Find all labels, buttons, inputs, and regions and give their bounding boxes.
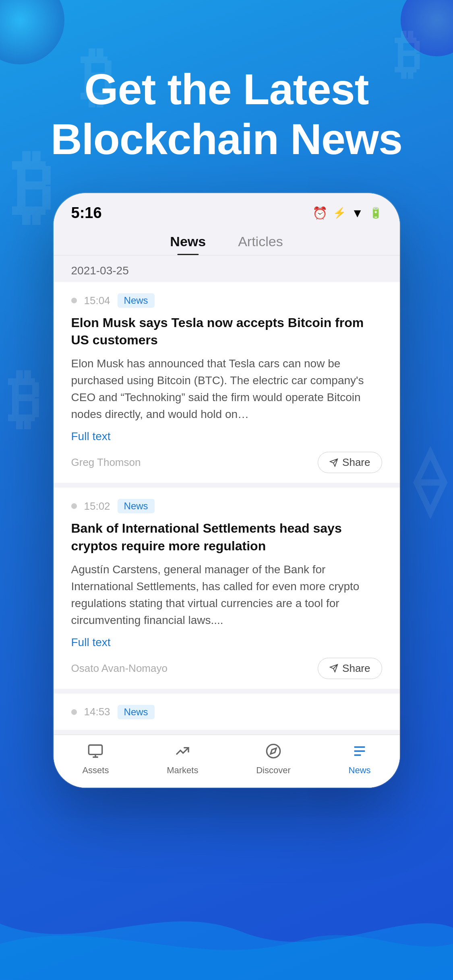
- full-text-link-1[interactable]: Full text: [71, 430, 382, 443]
- news-dot-1: [71, 298, 77, 303]
- nav-item-news[interactable]: News: [349, 743, 371, 776]
- news-item-2: 15:02 News Bank of International Settlem…: [54, 488, 400, 688]
- news-item-3: 14:53 News: [54, 694, 400, 730]
- markets-icon: [174, 743, 190, 763]
- news-author-2: Osato Avan-Nomayo: [71, 662, 168, 675]
- battery-icon: 🔋: [369, 207, 382, 219]
- nav-label-assets: Assets: [82, 765, 109, 776]
- news-tag-3: News: [118, 705, 155, 719]
- svg-rect-0: [89, 745, 102, 754]
- news-footer-2: Osato Avan-Nomayo Share: [71, 658, 382, 679]
- tab-articles[interactable]: Articles: [238, 234, 283, 255]
- tab-news[interactable]: News: [170, 234, 206, 255]
- hero-title: Get the Latest Blockchain News: [32, 64, 421, 164]
- nav-label-news: News: [349, 765, 371, 776]
- bg-btc-icon-2: ₿: [8, 362, 40, 436]
- status-bar: 5:16 ⏰ ⚡ ▼ 🔋: [54, 193, 400, 226]
- bg-eth-icon-1: ⟠: [413, 443, 445, 518]
- bluetooth-icon: ⚡: [333, 207, 346, 219]
- alarm-icon: ⏰: [312, 206, 327, 220]
- hero-section: Get the Latest Blockchain News: [0, 64, 453, 164]
- svg-marker-2: [271, 748, 276, 754]
- news-title-1: Elon Musk says Tesla now accepts Bitcoin…: [71, 314, 382, 349]
- news-excerpt-1: Elon Musk has announced that Tesla cars …: [71, 355, 382, 423]
- share-icon-2: [329, 664, 338, 673]
- date-header: 2021-03-25: [54, 255, 400, 282]
- bottom-nav: Assets Markets Discover: [54, 735, 400, 788]
- news-meta-2: 15:02 News: [71, 499, 382, 513]
- news-tag-1: News: [118, 293, 155, 308]
- news-author-1: Greg Thomson: [71, 456, 141, 469]
- news-meta-3: 14:53 News: [71, 705, 382, 719]
- news-icon: [352, 743, 368, 763]
- news-footer-1: Greg Thomson Share: [71, 452, 382, 473]
- phone-screen: 5:16 ⏰ ⚡ ▼ 🔋 News Articles 2021-03-25: [54, 193, 400, 788]
- bg-wave: [0, 891, 453, 980]
- news-dot-3: [71, 709, 77, 715]
- nav-item-markets[interactable]: Markets: [167, 743, 198, 776]
- news-time-2: 15:02: [84, 500, 110, 513]
- discover-icon: [265, 743, 281, 763]
- phone-tab-bar: News Articles: [54, 226, 400, 255]
- assets-icon: [87, 743, 103, 763]
- status-time: 5:16: [71, 204, 102, 222]
- bg-circle-1: [0, 0, 64, 64]
- status-icons: ⏰ ⚡ ▼ 🔋: [312, 206, 382, 220]
- full-text-link-2[interactable]: Full text: [71, 636, 382, 649]
- nav-label-discover: Discover: [256, 765, 291, 776]
- svg-point-1: [267, 744, 280, 758]
- news-content: 2021-03-25 15:04 News Elon Musk says Tes…: [54, 255, 400, 730]
- nav-label-markets: Markets: [167, 765, 198, 776]
- nav-item-assets[interactable]: Assets: [82, 743, 109, 776]
- nav-item-discover[interactable]: Discover: [256, 743, 291, 776]
- share-button-2[interactable]: Share: [318, 658, 382, 679]
- news-title-2: Bank of International Settlements head s…: [71, 520, 382, 554]
- news-excerpt-2: Agustín Carstens, general manager of the…: [71, 561, 382, 629]
- news-time-1: 15:04: [84, 294, 110, 307]
- phone-mockup: 5:16 ⏰ ⚡ ▼ 🔋 News Articles 2021-03-25: [54, 193, 400, 788]
- news-item-1: 15:04 News Elon Musk says Tesla now acce…: [54, 282, 400, 483]
- news-dot-2: [71, 503, 77, 509]
- share-icon-1: [329, 458, 338, 467]
- news-time-3: 14:53: [84, 706, 110, 718]
- wifi-icon: ▼: [352, 206, 364, 220]
- news-meta-1: 15:04 News: [71, 293, 382, 308]
- news-tag-2: News: [118, 499, 155, 513]
- share-button-1[interactable]: Share: [318, 452, 382, 473]
